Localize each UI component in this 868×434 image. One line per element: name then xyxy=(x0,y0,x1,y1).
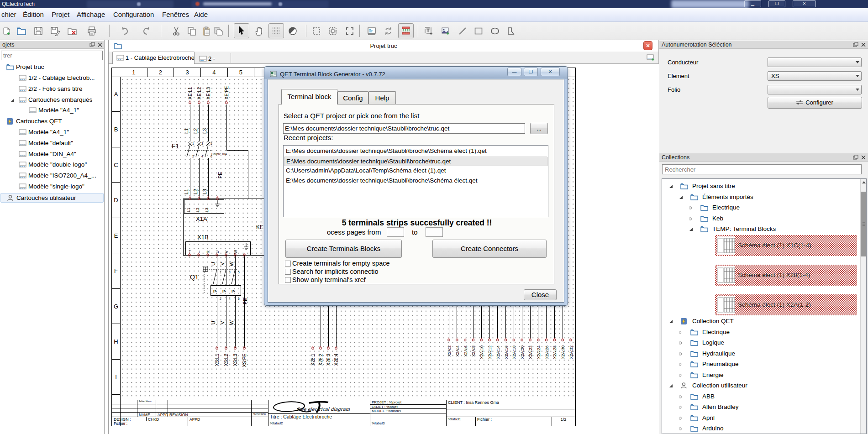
create-terminals-blocks-button[interactable]: Create Terminals Blocks xyxy=(285,240,402,258)
collections-tree-item[interactable]: Keb xyxy=(663,214,859,224)
menu-fentres[interactable]: Fenêtres xyxy=(162,10,189,18)
recent-project-item[interactable]: E:\Mes documents\dossier technique\Staub… xyxy=(284,176,548,186)
add-text-icon[interactable] xyxy=(424,26,434,36)
recent-project-item[interactable]: E:\Mes documents\dossier technique\Staub… xyxy=(284,146,548,156)
dialog-close-button[interactable]: ✕ xyxy=(541,68,560,76)
open-folder-icon[interactable] xyxy=(16,26,26,36)
checkbox-1[interactable] xyxy=(285,269,291,275)
collections-element-item[interactable]: Schéma élect (1) X2A(1-2) xyxy=(715,294,857,315)
project-tree-item[interactable]: Cartouches utilisateur xyxy=(0,193,104,203)
cut-icon[interactable] xyxy=(171,26,181,36)
menu-dition[interactable]: Édition xyxy=(23,10,44,18)
window-minimize-button[interactable]: ▁ xyxy=(744,0,761,7)
autonum-conducteur-combobox[interactable] xyxy=(768,58,862,67)
add-folio-button[interactable] xyxy=(646,53,656,62)
project-tree-item[interactable]: Modèle "double-logo" xyxy=(0,160,104,170)
menu-chier[interactable]: chier xyxy=(1,10,16,18)
create-connectors-button[interactable]: Create Connectors xyxy=(432,240,547,258)
collections-tree-item[interactable]: Projet sans titre xyxy=(663,181,859,191)
project-tree-item[interactable]: Modèle "A4_1" xyxy=(0,128,104,137)
collections-element-item[interactable]: Schéma élect (1) X28(1-4) xyxy=(715,265,857,286)
close-file-icon[interactable] xyxy=(67,26,77,36)
draw-polyline-icon[interactable] xyxy=(506,26,516,36)
recent-project-item[interactable]: E:\Mes documents\dossier technique\Staub… xyxy=(284,157,548,166)
element-list-icon[interactable] xyxy=(367,26,377,36)
collections-tree-item[interactable]: Pneumatique xyxy=(663,359,859,369)
window-maximize-button[interactable]: ❐ xyxy=(768,0,785,7)
dialog-tab-terminal-block[interactable]: Terminal block xyxy=(281,89,337,105)
collections-tree-item[interactable]: Logique xyxy=(663,338,859,348)
paste-special-icon[interactable] xyxy=(213,26,223,36)
project-tree-item[interactable]: Modèle "default" xyxy=(0,139,104,148)
collections-tree-item[interactable]: Éléments importés xyxy=(663,192,859,202)
select-frame-icon[interactable] xyxy=(345,26,355,36)
scrollbar-thumb[interactable] xyxy=(861,192,867,256)
configure-button[interactable]: Configurer xyxy=(768,97,862,109)
draw-line-icon[interactable] xyxy=(458,26,468,36)
close-button[interactable]: Close xyxy=(524,289,557,300)
collections-tree-item[interactable]: Energie xyxy=(663,370,859,380)
draw-ellipse-icon[interactable] xyxy=(490,26,500,36)
save-as-icon[interactable] xyxy=(50,26,60,36)
recent-projects-list[interactable]: E:\Mes documents\dossier technique\Staub… xyxy=(283,145,548,217)
close-panel-icon[interactable] xyxy=(861,155,866,160)
redo-icon[interactable] xyxy=(142,26,152,36)
browse-button[interactable]: ... xyxy=(530,123,548,134)
project-tree-item[interactable]: 1/2 - Cablâge Electrob... xyxy=(0,73,104,83)
collections-tree-item[interactable]: Hydraulique xyxy=(663,349,859,359)
project-path-input[interactable]: E:\Mes documents\dossier technique\Staub… xyxy=(283,123,525,134)
project-tree-item[interactable]: Modèle "DIN_A4" xyxy=(0,150,104,159)
project-tree-item[interactable]: Projet truc xyxy=(0,63,104,72)
collections-tree-item[interactable]: Electrique xyxy=(663,203,859,213)
folio-tab-1[interactable]: 1 - Cablâge Electrobroche xyxy=(112,52,195,64)
project-tree-item[interactable]: Cartouches embarqués xyxy=(0,95,104,105)
selection-arrow-button[interactable] xyxy=(234,23,249,38)
select-expand-icon[interactable] xyxy=(328,26,338,36)
undo-icon[interactable] xyxy=(120,26,130,36)
pan-hand-icon[interactable] xyxy=(254,26,264,36)
collections-tree-item[interactable]: Electrique xyxy=(663,327,859,337)
collections-tree-item[interactable]: TEMP: Terminal Blocks xyxy=(663,224,859,234)
background-contrast-icon[interactable] xyxy=(288,26,298,36)
float-panel-icon[interactable] xyxy=(89,42,95,47)
project-tree-item[interactable]: Modèle "ISO7200_A4_... xyxy=(0,171,104,181)
autonum-folio-combobox[interactable] xyxy=(768,85,862,94)
menu-aide[interactable]: Aide xyxy=(194,10,208,18)
project-tree-item[interactable]: Modèle "A4_1" xyxy=(0,106,104,115)
collections-element-item[interactable]: Schéma élect (1) X1C(1-4) xyxy=(715,235,857,256)
dialog-minimize-button[interactable]: — xyxy=(507,68,521,76)
collections-scrollbar[interactable] xyxy=(860,179,867,434)
collections-search-input[interactable] xyxy=(662,164,862,174)
recent-project-item[interactable]: C:\Users\admin\AppData\Local\Temp\Schéma… xyxy=(284,166,548,176)
grid-button[interactable] xyxy=(268,23,284,38)
print-icon[interactable] xyxy=(87,26,97,36)
dialog-maximize-button[interactable]: ❐ xyxy=(524,68,538,76)
folio-tab-2[interactable]: 2 - xyxy=(195,53,231,64)
checkbox-0[interactable] xyxy=(285,261,291,267)
collections-tree-item[interactable]: Collection utilisateur xyxy=(663,381,859,391)
terminal-strip-button[interactable] xyxy=(398,23,414,38)
close-panel-icon[interactable] xyxy=(861,42,866,47)
collections-tree-item[interactable]: Allen Bradley xyxy=(663,402,859,412)
window-close-button[interactable]: ✕ xyxy=(793,0,816,7)
dialog-tab-help[interactable]: Help xyxy=(368,91,396,105)
add-image-icon[interactable] xyxy=(441,26,451,36)
pages-to-input[interactable] xyxy=(426,227,443,237)
dialog-tab-config[interactable]: Config xyxy=(337,91,368,105)
project-tree-item[interactable]: 2/2 - Folio sans titre xyxy=(0,84,104,94)
menu-affichage[interactable]: Affichage xyxy=(77,10,105,18)
copy-icon[interactable] xyxy=(187,26,197,36)
collections-tree-item[interactable]: Collection QET xyxy=(663,316,859,326)
close-panel-icon[interactable] xyxy=(97,42,103,47)
float-panel-icon[interactable] xyxy=(853,155,858,160)
save-icon[interactable] xyxy=(33,26,43,36)
select-area-icon[interactable] xyxy=(311,26,321,36)
draw-rectangle-icon[interactable] xyxy=(473,26,484,36)
project-tree-item[interactable]: Cartouches QET xyxy=(0,117,104,126)
float-panel-icon[interactable] xyxy=(853,42,858,47)
pages-from-input[interactable] xyxy=(387,227,404,237)
collections-tree-item[interactable]: April xyxy=(663,413,859,423)
autonum-element-combobox[interactable]: XS xyxy=(768,71,862,81)
rotate-icon[interactable] xyxy=(384,26,394,36)
project-tree-item[interactable]: Modèle "single-logo" xyxy=(0,182,104,192)
